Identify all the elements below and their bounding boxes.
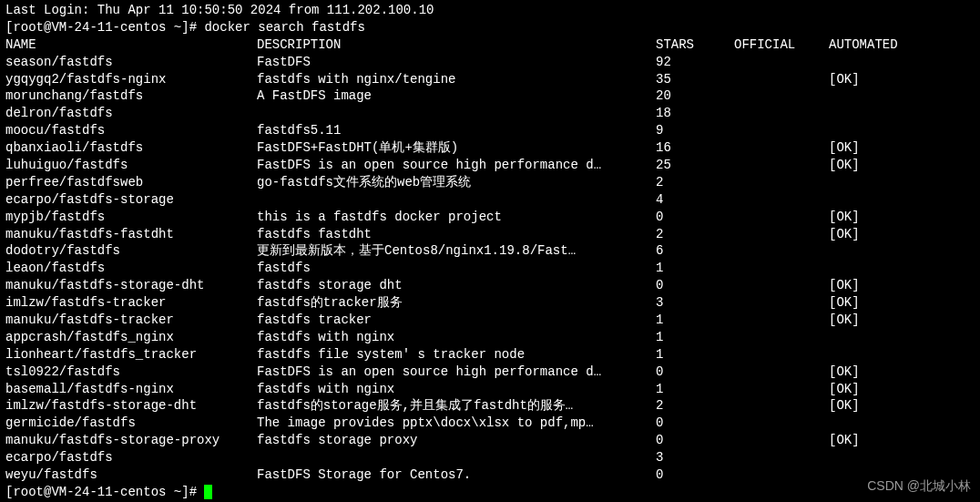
cell-official <box>734 381 829 398</box>
cell-name: luhuiguo/fastdfs <box>5 157 257 174</box>
cell-stars: 92 <box>656 54 734 71</box>
header-official: OFFICIAL <box>734 36 829 54</box>
cell-name: leaon/fastdfs <box>5 260 257 277</box>
cell-automated: [OK] <box>829 381 860 398</box>
cell-stars: 25 <box>656 157 734 174</box>
cell-description <box>257 191 656 209</box>
cell-automated: [OK] <box>829 157 860 174</box>
table-row: tsl0922/fastdfsFastDFS is an open source… <box>5 364 975 381</box>
cell-description: fastdfs的tracker服务 <box>257 294 656 312</box>
cell-description: FastDFS is an open source high performan… <box>257 364 656 381</box>
cell-official <box>734 364 829 381</box>
cell-official <box>734 312 829 329</box>
table-row: season/fastdfsFastDFS92 <box>5 54 975 71</box>
cell-name: appcrash/fastdfs_nginx <box>5 329 257 346</box>
cell-name: morunchang/fastdfs <box>5 87 257 105</box>
cell-name: ygqygq2/fastdfs-nginx <box>5 71 257 88</box>
cell-official <box>734 122 829 139</box>
prompt-text: [root@VM-24-11-centos ~]# <box>5 485 204 499</box>
cell-description: fastdfs fastdht <box>257 226 656 243</box>
table-row: lionheart/fastdfs_trackerfastdfs file sy… <box>5 346 975 364</box>
cell-name: qbanxiaoli/fastdfs <box>5 139 257 157</box>
command-text: docker search fastdfs <box>204 20 364 35</box>
table-row: manuku/fastdfs-storage-dhtfastdfs storag… <box>5 277 975 294</box>
cell-stars: 1 <box>656 329 734 346</box>
cell-official <box>734 87 829 105</box>
table-row: basemall/fastdfs-nginxfastdfs with nginx… <box>5 381 975 398</box>
cell-stars: 0 <box>656 432 734 449</box>
cell-description: The image provides pptx\docx\xlsx to pdf… <box>257 415 656 432</box>
table-row: imlzw/fastdfs-trackerfastdfs的tracker服务3[… <box>5 294 975 312</box>
table-row: manuku/fastdfs-fastdhtfastdfs fastdht2[O… <box>5 226 975 243</box>
cell-automated: [OK] <box>829 226 860 243</box>
cell-official <box>734 242 829 260</box>
cell-name: weyu/fastdfs <box>5 466 257 484</box>
cell-description: fastdfs <box>257 260 656 277</box>
table-row: ecarpo/fastdfs3 <box>5 449 975 466</box>
cell-name: lionheart/fastdfs_tracker <box>5 346 257 364</box>
table-row: perfree/fastdfswebgo-fastdfs文件系统的web管理系统… <box>5 174 975 191</box>
header-name: NAME <box>5 36 257 54</box>
cell-description: fastdfs tracker <box>257 312 656 329</box>
cell-stars: 1 <box>656 346 734 364</box>
table-row: manuku/fastdfs-trackerfastdfs tracker1[O… <box>5 312 975 329</box>
cell-description: fastdfs的storage服务,并且集成了fastdht的服务… <box>257 397 656 415</box>
cell-official <box>734 449 829 466</box>
cell-description: fastdfs5.11 <box>257 122 656 139</box>
cell-name: manuku/fastdfs-fastdht <box>5 226 257 243</box>
cell-name: manuku/fastdfs-storage-proxy <box>5 432 257 449</box>
cell-official <box>734 157 829 174</box>
cell-official <box>734 415 829 432</box>
table-row: luhuiguo/fastdfsFastDFS is an open sourc… <box>5 157 975 174</box>
table-row: germicide/fastdfsThe image provides pptx… <box>5 415 975 432</box>
cell-official <box>734 294 829 312</box>
command-prompt-line: [root@VM-24-11-centos ~]# docker search … <box>5 19 975 36</box>
cell-official <box>734 71 829 88</box>
cell-description <box>257 449 656 466</box>
cell-name: ecarpo/fastdfs-storage <box>5 191 257 209</box>
cell-official <box>734 174 829 191</box>
results-table: season/fastdfsFastDFS92ygqygq2/fastdfs-n… <box>5 54 975 484</box>
cell-stars: 0 <box>656 466 734 484</box>
cell-stars: 20 <box>656 87 734 105</box>
cell-automated: [OK] <box>829 294 860 312</box>
cell-name: perfree/fastdfsweb <box>5 174 257 191</box>
cell-official <box>734 260 829 277</box>
table-row: imlzw/fastdfs-storage-dhtfastdfs的storage… <box>5 397 975 415</box>
cell-description <box>257 105 656 122</box>
cell-stars: 1 <box>656 312 734 329</box>
cell-official <box>734 466 829 484</box>
cell-stars: 2 <box>656 174 734 191</box>
cell-stars: 0 <box>656 277 734 294</box>
cell-name: delron/fastdfs <box>5 105 257 122</box>
table-row: leaon/fastdfsfastdfs1 <box>5 260 975 277</box>
cell-official <box>734 209 829 226</box>
table-row: dodotry/fastdfs更新到最新版本，基于Centos8/nginx1.… <box>5 242 975 260</box>
cell-description: fastdfs file system' s tracker node <box>257 346 656 364</box>
cell-description: this is a fastdfs docker project <box>257 209 656 226</box>
table-row: ecarpo/fastdfs-storage4 <box>5 191 975 209</box>
cell-automated: [OK] <box>829 209 860 226</box>
cell-automated: [OK] <box>829 364 860 381</box>
cell-name: dodotry/fastdfs <box>5 242 257 260</box>
header-stars: STARS <box>656 36 734 54</box>
cell-stars: 4 <box>656 191 734 209</box>
table-row: manuku/fastdfs-storage-proxyfastdfs stor… <box>5 432 975 449</box>
table-header-row: NAME DESCRIPTION STARS OFFICIAL AUTOMATE… <box>5 36 975 54</box>
cell-description: 更新到最新版本，基于Centos8/nginx1.19.8/Fast… <box>257 242 656 260</box>
cell-stars: 2 <box>656 397 734 415</box>
cell-name: manuku/fastdfs-tracker <box>5 312 257 329</box>
cell-official <box>734 346 829 364</box>
cell-official <box>734 329 829 346</box>
cell-official <box>734 139 829 157</box>
cell-name: season/fastdfs <box>5 54 257 71</box>
cell-description: fastdfs storage proxy <box>257 432 656 449</box>
cell-name: manuku/fastdfs-storage-dht <box>5 277 257 294</box>
cell-stars: 6 <box>656 242 734 260</box>
command-prompt-line-2[interactable]: [root@VM-24-11-centos ~]# <box>5 484 975 501</box>
cell-description: fastdfs with nginx <box>257 381 656 398</box>
table-row: morunchang/fastdfsA FastDFS image20 <box>5 87 975 105</box>
last-login-line: Last Login: Thu Apr 11 10:50:50 2024 fro… <box>5 2 975 19</box>
cell-stars: 3 <box>656 449 734 466</box>
table-row: ygqygq2/fastdfs-nginxfastdfs with nginx/… <box>5 71 975 88</box>
